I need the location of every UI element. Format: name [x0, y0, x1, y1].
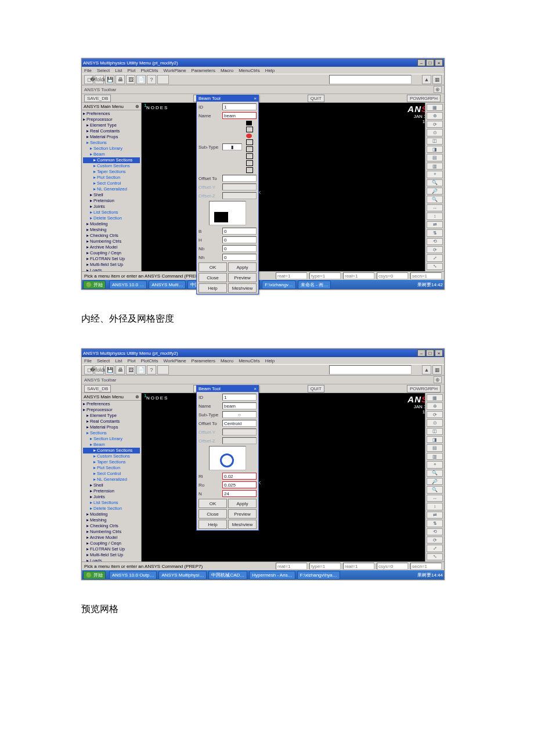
nav-menu-icon[interactable]: ▦ — [432, 75, 442, 84]
ro-field[interactable]: 0.025 — [222, 481, 257, 488]
close-button[interactable]: × — [435, 350, 443, 357]
taskbar-item[interactable]: F:\xizhangv… — [262, 280, 296, 289]
tree-custom-sections[interactable]: ▸ Custom Sections — [83, 163, 140, 169]
menu-file[interactable]: File — [84, 358, 92, 363]
nav-up-icon[interactable]: ▲ — [422, 75, 431, 84]
menu-workplane[interactable]: WorkPlane — [164, 68, 186, 73]
menu-plotctrls[interactable]: PlotCtrls — [140, 68, 158, 73]
close-dialog-button[interactable]: Close — [199, 509, 227, 519]
toolbar-quit[interactable]: QUIT — [308, 385, 324, 393]
report-icon[interactable]: 📄 — [136, 75, 146, 84]
view-tool-4[interactable]: ◫ — [427, 138, 443, 145]
toolbar-save_db[interactable]: SAVE_DB — [84, 385, 111, 393]
taskbar-item[interactable]: 未命名 - 画… — [298, 280, 331, 289]
tree-preprocessor[interactable]: ▸ Preprocessor — [83, 407, 140, 413]
tree-flotran-set-up[interactable]: ▸ FLOTRAN Set Up — [83, 546, 140, 552]
tree-real-constants[interactable]: ▸ Real Constants — [83, 419, 140, 424]
tree-common-sections[interactable]: ▸ Common Sections — [83, 157, 140, 163]
tree-numbering-ctrls[interactable]: ▸ Numbering Ctrls — [83, 239, 140, 244]
subtype-opt-i-icon[interactable] — [246, 139, 253, 145]
tree-element-type[interactable]: ▸ Element Type — [83, 123, 140, 128]
start-button[interactable]: 🟢 开始 — [83, 280, 106, 289]
selection-dropdown[interactable] — [329, 365, 412, 375]
save-icon[interactable]: 💾 — [105, 75, 114, 84]
print-icon[interactable]: 🖶 — [116, 75, 125, 84]
tree-preferences[interactable]: ▸ Preferences — [83, 401, 140, 407]
maximize-button[interactable]: □ — [426, 59, 434, 66]
view-tool-2[interactable]: ⟳ — [427, 121, 443, 128]
tree-sections[interactable]: ▸ Sections — [83, 430, 140, 436]
open-icon[interactable]: �folder — [95, 75, 104, 84]
view-tool-0[interactable]: ▦ — [427, 104, 443, 111]
view-tool-7[interactable]: ▥ — [427, 453, 443, 460]
view-tool-7[interactable]: ▥ — [427, 163, 443, 170]
offsetto-select[interactable] — [222, 175, 257, 182]
view-tool-16[interactable]: ⟲ — [427, 238, 443, 245]
minimize-button[interactable]: – — [417, 59, 425, 66]
menu-help[interactable]: Help — [265, 68, 275, 73]
taskbar-item[interactable]: Hypermesh - Ans… — [249, 571, 295, 579]
view-tool-14[interactable]: ⇄ — [427, 221, 443, 228]
id-field[interactable]: 1 — [222, 103, 257, 110]
tree-coupling-ceqn[interactable]: ▸ Coupling / Ceqn — [83, 250, 140, 256]
view-tool-15[interactable]: ⇅ — [427, 229, 443, 236]
dialog-close-icon[interactable]: × — [254, 386, 257, 391]
tree-joints[interactable]: ▸ Joints — [83, 204, 140, 210]
ri-field[interactable]: 0.02 — [222, 473, 257, 480]
tree-common-sections[interactable]: ▸ Common Sections — [83, 448, 140, 453]
tree-nl-generalized[interactable]: ▸ NL Generalized — [83, 477, 140, 483]
print-icon[interactable]: 🖶 — [116, 365, 125, 375]
view-tool-5[interactable]: ◨ — [427, 146, 443, 153]
image-icon[interactable]: 🖼 — [126, 365, 135, 375]
view-tool-2[interactable]: ⟳ — [427, 411, 443, 418]
report-icon[interactable]: 📄 — [136, 365, 146, 375]
view-tool-13[interactable]: ↕ — [427, 503, 443, 510]
open-icon[interactable]: �folder — [95, 365, 104, 375]
apply-button[interactable]: Apply — [228, 262, 257, 272]
toolbar-save_db[interactable]: SAVE_DB — [84, 95, 111, 102]
view-tool-1[interactable]: ⊕ — [427, 402, 443, 409]
close-button[interactable]: × — [435, 59, 443, 66]
name-field[interactable]: beam — [222, 402, 257, 409]
toolbar-expand-icon[interactable]: ⊕ — [434, 376, 442, 383]
offsetto-select[interactable]: Centroid — [222, 420, 257, 427]
tree-modeling[interactable]: ▸ Modeling — [83, 512, 140, 517]
tree-material-props[interactable]: ▸ Material Props — [83, 424, 140, 430]
menu-plot[interactable]: Plot — [128, 358, 136, 363]
tree-loads[interactable]: ▸ Loads — [83, 268, 140, 271]
tree-preferences[interactable]: ▸ Preferences — [83, 111, 140, 117]
nb-field[interactable]: 0 — [222, 245, 257, 252]
tree-multi-field-set-up[interactable]: ▸ Multi-field Set Up — [83, 552, 140, 558]
tree-element-type[interactable]: ▸ Element Type — [83, 413, 140, 419]
tree-shell[interactable]: ▸ Shell — [83, 483, 140, 488]
taskbar-item[interactable]: F:\xizhangv\hya… — [297, 571, 340, 579]
view-tool-3[interactable]: ⊙ — [427, 419, 443, 426]
toolbar-quit[interactable]: QUIT — [308, 95, 324, 102]
nh-field[interactable]: 0 — [222, 254, 257, 261]
menu-workplane[interactable]: WorkPlane — [164, 358, 186, 363]
view-tool-10[interactable]: 🔎 — [427, 188, 443, 195]
view-tool-17[interactable]: ⟳ — [427, 246, 443, 253]
tree-plot-section[interactable]: ▸ Plot Section — [83, 465, 140, 471]
tree-meshing[interactable]: ▸ Meshing — [83, 227, 140, 233]
tree-beam[interactable]: ▸ Beam — [83, 442, 140, 448]
menu-parameters[interactable]: Parameters — [192, 68, 215, 73]
toolbar-powrgrph[interactable]: POWRGRPH — [407, 95, 441, 102]
toolbar-powrgrph[interactable]: POWRGRPH — [407, 385, 441, 393]
tree-taper-sections[interactable]: ▸ Taper Sections — [83, 169, 140, 175]
menu-select[interactable]: Select — [97, 358, 110, 363]
b-field[interactable]: 0 — [222, 228, 257, 235]
menu-collapse-icon[interactable]: ⊗ — [135, 104, 139, 109]
extra-toolbar-button[interactable] — [157, 365, 169, 375]
tree-coupling-ceqn[interactable]: ▸ Coupling / Ceqn — [83, 541, 140, 546]
help-icon[interactable]: ? — [147, 75, 156, 84]
view-tool-11[interactable]: 🔍 — [427, 486, 443, 493]
view-tool-12[interactable]: ↔ — [427, 204, 443, 211]
ok-button[interactable]: OK — [199, 262, 227, 272]
view-tool-15[interactable]: ⇅ — [427, 520, 443, 527]
tree-checking-ctrls[interactable]: ▸ Checking Ctrls — [83, 233, 140, 239]
view-tool-8[interactable]: ⌖ — [427, 461, 443, 468]
menu-plotctrls[interactable]: PlotCtrls — [140, 358, 158, 363]
meshview-button[interactable]: Meshview — [228, 283, 257, 293]
menu-macro[interactable]: Macro — [221, 68, 233, 73]
